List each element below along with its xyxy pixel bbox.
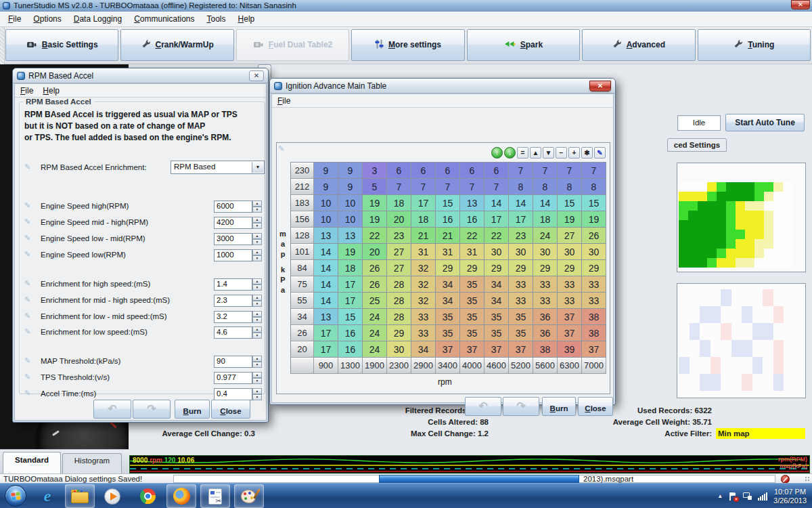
spinner-engine-speed-low-rpm[interactable]: ▲▼ — [252, 249, 262, 261]
ignition-cell[interactable]: 7 — [509, 163, 533, 179]
ignition-cell[interactable]: 14 — [509, 195, 533, 211]
ignition-cell[interactable]: 17 — [338, 293, 363, 309]
field-input-map-threshold-kpa-s[interactable]: 90 — [214, 356, 252, 368]
ignition-cell[interactable]: 8 — [582, 179, 606, 195]
ignition-cell[interactable]: 34 — [436, 276, 460, 293]
spinner-up-icon[interactable]: ▲ — [252, 217, 262, 223]
chrome-icon[interactable] — [133, 484, 162, 508]
ignition-cell[interactable]: 29 — [509, 260, 533, 276]
rpm-bin-header[interactable]: 7000 — [582, 358, 606, 374]
triangle-down-icon[interactable]: ▼ — [543, 147, 554, 158]
ignition-cell[interactable]: 9 — [338, 163, 363, 179]
ignition-cell[interactable]: 7 — [484, 179, 509, 195]
spinner-enrichment-for-low-speed-ms[interactable]: ▲▼ — [252, 326, 262, 339]
ignition-cell[interactable]: 15 — [436, 195, 460, 211]
ignition-cell[interactable]: 17 — [314, 325, 338, 341]
ignition-cell[interactable]: 37 — [436, 341, 460, 358]
ignition-cell[interactable]: 6 — [460, 163, 484, 179]
ignition-cell[interactable]: 14 — [314, 244, 338, 260]
ignition-cell[interactable]: 15 — [582, 195, 606, 211]
ignition-cell[interactable]: 9 — [314, 163, 338, 179]
map-bin-header[interactable]: 20 — [291, 341, 314, 358]
equal-icon[interactable]: = — [517, 147, 528, 158]
ignition-cell[interactable]: 22 — [363, 228, 387, 244]
ignition-cell[interactable]: 15 — [558, 195, 582, 211]
ignition-cell[interactable]: 38 — [582, 309, 606, 325]
rpm-bin-header[interactable]: 3400 — [436, 358, 460, 374]
ignition-cell[interactable]: 24 — [363, 309, 387, 325]
ignition-cell[interactable]: 37 — [484, 341, 509, 358]
rpm-bin-header[interactable]: 4600 — [484, 358, 509, 374]
field-input-engine-speed-low-rpm[interactable]: 1000 — [214, 249, 252, 261]
ignition-cell[interactable]: 7 — [558, 163, 582, 179]
ignition-cell[interactable]: 33 — [411, 325, 436, 341]
window-titlebar[interactable]: TunerStudio MS v2.0.8 - TURBOOmataaa (of… — [0, 0, 812, 12]
ignition-cell[interactable]: 30 — [558, 244, 582, 260]
ignition-cell[interactable]: 21 — [436, 228, 460, 244]
ignition-cell[interactable]: 28 — [387, 276, 411, 293]
ignition-cell[interactable]: 10 — [338, 211, 363, 228]
map-bin-header[interactable]: 212 — [291, 179, 314, 195]
ignition-cell[interactable]: 17 — [338, 276, 363, 293]
ignition-cell[interactable]: 20 — [363, 244, 387, 260]
ignition-cell[interactable]: 10 — [314, 195, 338, 211]
ignition-cell[interactable]: 32 — [411, 276, 436, 293]
taskbar-clock[interactable]: 10:07 PM 3/26/2013 — [773, 488, 809, 505]
ignition-cell[interactable]: 14 — [314, 260, 338, 276]
ignition-cell[interactable]: 22 — [484, 228, 509, 244]
ignition-cell[interactable]: 35 — [436, 325, 460, 341]
ignition-cell[interactable]: 19 — [582, 211, 606, 228]
ignition-cell[interactable]: 33 — [558, 276, 582, 293]
ignition-cell[interactable]: 5 — [363, 179, 387, 195]
ignition-cell[interactable]: 37 — [558, 325, 582, 341]
ignition-cell[interactable]: 20 — [387, 211, 411, 228]
ignition-cell[interactable]: 35 — [460, 325, 484, 341]
ignition-cell[interactable]: 35 — [484, 309, 509, 325]
ignition-cell[interactable]: 35 — [460, 293, 484, 309]
ignition-cell[interactable]: 8 — [533, 179, 558, 195]
ignition-cell[interactable]: 23 — [509, 228, 533, 244]
ignition-cell[interactable]: 31 — [436, 244, 460, 260]
down-circle-icon[interactable]: ↓ — [504, 147, 516, 158]
spinner-down-icon[interactable]: ▼ — [252, 207, 262, 213]
firefox-icon[interactable] — [166, 484, 196, 508]
spinner-down-icon[interactable]: ▼ — [252, 378, 262, 384]
rpm-dialog-titlebar[interactable]: RPM Based Accel ✕ — [13, 68, 268, 83]
ignition-cell[interactable]: 13 — [460, 195, 484, 211]
redo-button[interactable]: ↷ — [503, 397, 539, 416]
map-bin-header[interactable]: 34 — [291, 309, 314, 325]
folder-icon[interactable] — [65, 484, 95, 508]
ignition-cell[interactable]: 30 — [509, 244, 533, 260]
ignition-cell[interactable]: 17 — [314, 341, 338, 358]
ignition-cell[interactable]: 7 — [533, 163, 558, 179]
toolbar-grip[interactable] — [0, 27, 5, 64]
ignition-cell[interactable]: 34 — [411, 341, 436, 358]
spinner-up-icon[interactable]: ▲ — [252, 372, 262, 378]
ignition-cell[interactable]: 30 — [484, 244, 509, 260]
field-input-accel-time-ms[interactable]: 0.4 — [214, 388, 252, 400]
spinner-engine-speed-mid-high-rpm[interactable]: ▲▼ — [252, 217, 262, 229]
tray-expand-icon[interactable]: ▲ — [717, 493, 723, 499]
ignition-cell[interactable]: 35 — [436, 309, 460, 325]
ignition-cell[interactable]: 9 — [314, 179, 338, 195]
ignition-cell[interactable]: 26 — [582, 228, 606, 244]
burn-button[interactable]: Burn — [175, 400, 210, 419]
spinner-down-icon[interactable]: ▼ — [252, 317, 262, 323]
ignition-cell[interactable]: 33 — [509, 276, 533, 293]
rpm-bin-header[interactable]: 900 — [314, 358, 338, 374]
rpm-bin-header[interactable]: 5600 — [533, 358, 558, 374]
flag-icon[interactable]: ✕ — [729, 492, 737, 501]
ignition-cell[interactable]: 8 — [509, 179, 533, 195]
ignition-cell[interactable]: 22 — [460, 228, 484, 244]
ignition-cell[interactable]: 23 — [387, 228, 411, 244]
menu-file[interactable]: File — [3, 13, 26, 25]
spinner-down-icon[interactable]: ▼ — [252, 223, 262, 229]
rpm-bin-header[interactable]: 2300 — [387, 358, 411, 374]
field-input-engine-speed-mid-high-rpm[interactable]: 4200 — [214, 217, 252, 229]
spinner-up-icon[interactable]: ▲ — [252, 249, 262, 255]
spinner-up-icon[interactable]: ▲ — [252, 356, 262, 362]
signal-icon[interactable] — [758, 492, 767, 501]
ignition-cell[interactable]: 16 — [338, 325, 363, 341]
menu-help[interactable]: Help — [233, 13, 261, 25]
datalog-strip-chart[interactable]: 8000 rpm 120 10.06 rpm(RPM)map(kPa) — [129, 455, 810, 473]
